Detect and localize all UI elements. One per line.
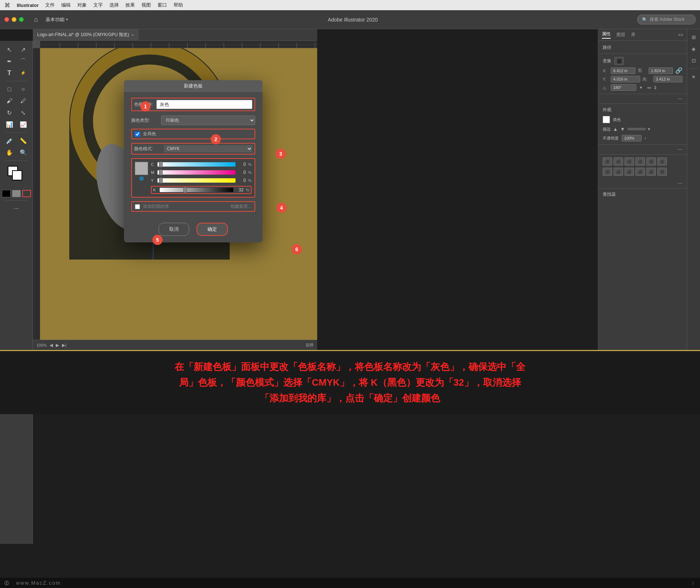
globe-icon[interactable]: 🌐 <box>139 176 144 180</box>
more-tools[interactable]: ··· <box>10 203 23 214</box>
fill-swatch[interactable] <box>603 116 610 123</box>
align-center-v[interactable]: ⬛ <box>646 157 656 166</box>
m-slider[interactable] <box>158 170 236 175</box>
type-select[interactable]: 印刷色 <box>161 116 255 125</box>
stroke-down-icon[interactable]: ▼ <box>620 126 625 132</box>
workspace-dropdown-icon[interactable]: ▾ <box>66 17 68 22</box>
height-input[interactable]: 3.412 in <box>653 76 683 82</box>
strip-icon-2[interactable]: ◈ <box>689 44 699 54</box>
mode-select[interactable]: CMYK <box>164 145 252 152</box>
menu-object[interactable]: 对象 <box>77 2 87 8</box>
text-tool[interactable]: T <box>3 68 16 78</box>
distribute-right[interactable]: ⬛ <box>625 168 634 176</box>
gray-swatch[interactable] <box>12 190 21 197</box>
pen-tool[interactable]: ✒ <box>3 56 16 66</box>
distribute-left[interactable]: ⬛ <box>603 168 612 176</box>
strip-icon-1[interactable]: ⊞ <box>689 32 699 42</box>
tab-close-icon[interactable]: × <box>131 33 133 37</box>
distribute-center-h[interactable]: ⬛ <box>614 168 623 176</box>
stroke-color-box[interactable] <box>12 170 22 180</box>
name-input[interactable] <box>156 100 252 109</box>
distribute-top[interactable]: ⬛ <box>635 168 645 176</box>
home-icon[interactable]: ⌂ <box>30 14 42 26</box>
global-checkbox[interactable] <box>135 132 140 137</box>
c-thumb[interactable] <box>159 161 163 167</box>
stroke-input[interactable] <box>627 128 646 130</box>
strip-icon-brightness[interactable]: ☀ <box>689 72 699 82</box>
close-button[interactable] <box>4 17 9 22</box>
touch-type-tool[interactable]: ⚡ <box>17 68 30 78</box>
workspace-control[interactable]: 基本功能 ▾ <box>46 16 68 23</box>
document-tab[interactable]: Logo-art-FINAL.ai* @ 100% (CMYK/GPU 预览) … <box>33 29 139 40</box>
transform-icon-1[interactable]: ⊞ <box>614 57 624 65</box>
tab-layers[interactable]: 图层 <box>617 32 625 38</box>
align-center-h[interactable]: ⬛ <box>614 157 623 166</box>
distribute-bottom[interactable]: ⬛ <box>657 168 667 176</box>
ellipse-tool[interactable]: ○ <box>17 84 30 94</box>
k-thumb[interactable] <box>183 187 187 193</box>
create-library-btn[interactable]: 创建新库... <box>230 203 252 210</box>
align-bottom[interactable]: ⬛ <box>657 157 667 166</box>
distribute-center-v[interactable]: ⬛ <box>646 168 656 176</box>
apple-icon[interactable]: ⌘ <box>4 2 10 9</box>
blob-brush-tool[interactable]: 🖊 <box>17 96 30 106</box>
chart-tool[interactable]: 📈 <box>17 119 30 129</box>
menu-illustrator[interactable]: Illustrator <box>17 3 39 8</box>
angle-input[interactable]: 180° <box>611 84 636 91</box>
menu-effect[interactable]: 效果 <box>125 2 135 8</box>
zoom-tool[interactable]: 🔍 <box>17 147 30 157</box>
paintbrush-tool[interactable]: 🖌 <box>3 96 16 106</box>
angle-dropdown-icon[interactable]: ▾ <box>640 85 642 90</box>
minimize-button[interactable] <box>12 17 16 22</box>
flip-horizontal-icon[interactable]: ⇔ <box>647 85 651 90</box>
menu-window[interactable]: 窗口 <box>158 2 167 8</box>
align-more-icon[interactable]: ··· <box>678 180 682 187</box>
nav-next[interactable]: ▶| <box>62 343 66 348</box>
rectangle-tool[interactable]: □ <box>3 84 16 94</box>
width-input[interactable]: 1.824 in <box>649 67 673 74</box>
menu-text[interactable]: 文字 <box>93 2 103 8</box>
x-input[interactable]: 6.412 in <box>611 67 635 74</box>
menu-select[interactable]: 选择 <box>109 2 119 8</box>
nav-prev[interactable]: ◀ <box>50 343 53 348</box>
cancel-button[interactable]: 取消 <box>159 223 189 236</box>
y-input[interactable]: 4.016 in <box>611 76 640 82</box>
direct-select-tool[interactable]: ↗ <box>17 44 30 55</box>
select-tool[interactable]: ↖ <box>3 44 16 55</box>
panel-expand-icon[interactable]: >> <box>678 32 683 38</box>
y-thumb[interactable] <box>159 178 163 183</box>
graph-tool[interactable]: 📊 <box>3 119 16 129</box>
k-slider[interactable] <box>160 188 233 192</box>
flip-vertical-icon[interactable]: ⇕ <box>653 85 657 90</box>
stock-search[interactable]: 🔍 搜索 Adobe Stock <box>637 15 696 24</box>
menu-edit[interactable]: 编辑 <box>61 2 71 8</box>
rotate-tool[interactable]: ↻ <box>3 108 16 118</box>
nav-play[interactable]: ▶ <box>56 343 59 348</box>
align-left[interactable]: ⬛ <box>603 157 612 166</box>
curvature-tool[interactable]: ⌒ <box>17 56 30 66</box>
link-proportional-icon[interactable]: 🔗 <box>675 67 682 74</box>
c-slider[interactable] <box>158 162 236 167</box>
y-slider[interactable] <box>158 178 236 183</box>
menu-file[interactable]: 文件 <box>45 2 55 8</box>
stroke-dropdown-icon[interactable]: ▾ <box>648 126 650 132</box>
menu-help[interactable]: 帮助 <box>174 2 183 8</box>
confirm-button[interactable]: 确定 <box>197 223 228 236</box>
m-thumb[interactable] <box>159 170 163 175</box>
none-swatch[interactable] <box>22 190 31 197</box>
appearance-more-icon[interactable]: ··· <box>678 146 682 153</box>
library-checkbox[interactable] <box>135 204 140 209</box>
black-swatch[interactable] <box>2 190 11 197</box>
menu-view[interactable]: 视图 <box>141 2 151 8</box>
strip-icon-3[interactable]: ⊡ <box>689 55 699 66</box>
opacity-expand-icon[interactable]: › <box>645 136 646 141</box>
scale-tool[interactable]: ⤡ <box>17 108 30 118</box>
tab-library[interactable]: 库 <box>631 32 635 38</box>
opacity-input[interactable]: 100% <box>622 135 642 141</box>
eyedropper-tool[interactable]: 💉 <box>3 136 16 146</box>
align-right[interactable]: ⬛ <box>625 157 634 166</box>
fullscreen-button[interactable] <box>19 17 24 22</box>
tab-properties[interactable]: 属性 <box>602 31 611 39</box>
measure-tool[interactable]: 📏 <box>17 136 30 146</box>
transform-more-icon[interactable]: ··· <box>678 96 682 102</box>
